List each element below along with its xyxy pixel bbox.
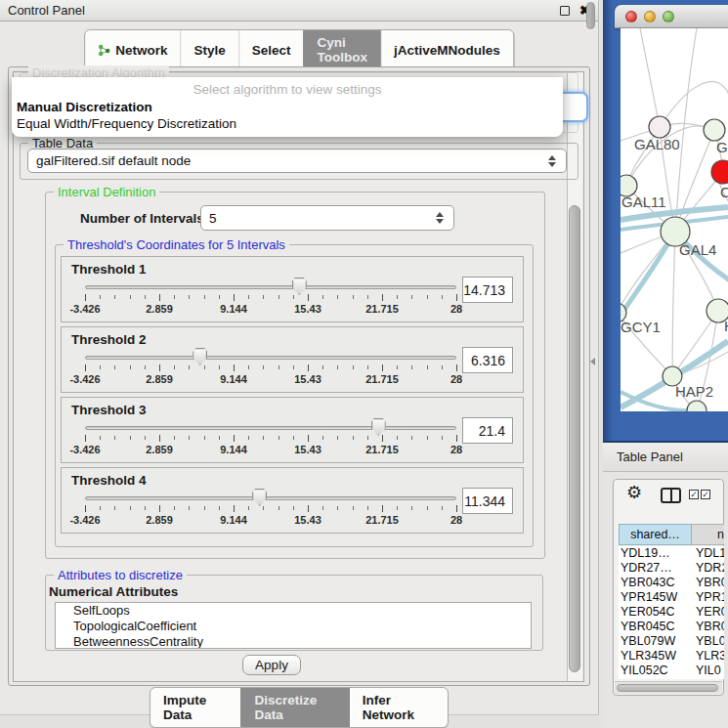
tab-discretize-data[interactable]: Discretize Data (240, 688, 348, 727)
cell-shared-name[interactable]: YLR345W (619, 649, 692, 664)
network-view-canvas[interactable]: GAL80GACGAL11GAL4GCY1HHAP2 (621, 28, 728, 411)
cell-shared-name[interactable]: YER054C (619, 605, 692, 620)
column-header-name[interactable]: na (692, 524, 724, 545)
threshold-1-slider-thumb[interactable] (292, 278, 307, 295)
cell-shared-name[interactable]: YIL052C (619, 664, 692, 678)
threshold-2-slider-track[interactable] (85, 356, 456, 360)
interval-definition-label: Interval Definition (54, 185, 159, 199)
node-table-rows[interactable]: YDL19…YDL1YDR27…YDR2YBR043CYBR0YPR145WYP… (619, 546, 724, 679)
table-row[interactable]: YER054CYER0 (619, 605, 724, 620)
minimize-light-icon[interactable] (644, 11, 656, 22)
close-light-icon[interactable] (625, 11, 637, 22)
zoom-light-icon[interactable] (663, 11, 674, 22)
network-node-c[interactable] (711, 160, 728, 184)
tab-select[interactable]: Select (238, 30, 304, 69)
cell-name[interactable]: YDR2 (692, 561, 724, 576)
panel-divider-grip[interactable] (590, 358, 595, 365)
cell-name[interactable]: YPR1 (692, 590, 724, 605)
slider-tick-labels: -3.4262.8599.14415.4321.71528 (62, 514, 523, 526)
table-row[interactable]: YPR145WYPR1 (619, 590, 724, 605)
attribute-list-item[interactable]: SelfLoops (56, 603, 531, 619)
slider-tick-labels: -3.4262.8599.14415.4321.71528 (62, 373, 523, 385)
number-of-intervals-combobox[interactable]: 5 (200, 205, 454, 231)
node-label: GAL80 (634, 136, 680, 152)
threshold-3-value-input[interactable]: 21.4 (462, 417, 513, 444)
number-of-intervals-label: Number of Intervals (80, 211, 204, 226)
network-node-gal80[interactable] (649, 116, 670, 138)
algorithm-placeholder-item[interactable]: Select algorithm to view settings (12, 82, 563, 97)
node-label: GCY1 (621, 319, 661, 335)
attribute-list-item[interactable]: BetweennessCentrality (56, 634, 531, 649)
table-hscrollbar-thumb[interactable] (617, 684, 718, 692)
column-header-shared[interactable]: shared… (619, 524, 692, 545)
table-row[interactable]: YLR345WYLR3 (619, 649, 724, 664)
float-icon[interactable] (560, 6, 570, 16)
tab-style[interactable]: Style (180, 30, 237, 69)
table-panel-titlebar: Table Panel (603, 443, 728, 472)
tab-cyni-toolbox[interactable]: Cyni Toolbox (304, 30, 380, 69)
cell-name[interactable]: YBR0 (692, 576, 724, 590)
network-window-titlebar[interactable] (615, 5, 728, 28)
threshold-4-slider-track[interactable] (85, 496, 456, 500)
stepper-icon (548, 155, 558, 167)
network-node-ga[interactable] (704, 119, 725, 141)
threshold-4-panel: Threshold 4 -3.4262.8599.14415.4321.7152… (61, 467, 524, 534)
table-row[interactable]: YDR27…YDR2 (619, 561, 724, 576)
cyni-bottom-tabbar: Impute Data Discretize Data Infer Networ… (150, 687, 449, 728)
stepper-icon (436, 212, 446, 224)
tab-impute-data[interactable]: Impute Data (150, 688, 240, 727)
slider-tick-labels: -3.4262.8599.14415.4321.71528 (62, 303, 523, 315)
table-data-combobox-value: galFiltered.sif default node (36, 153, 191, 168)
table-row[interactable]: YBR045CYBR0 (619, 620, 724, 634)
table-row[interactable]: YBL079WYBL0 (619, 634, 724, 649)
tab-infer-network[interactable]: Infer Network (349, 688, 448, 727)
threshold-2-panel: Threshold 2 -3.4262.8599.14415.4321.7152… (61, 326, 524, 393)
cell-shared-name[interactable]: YBR043C (619, 576, 692, 590)
cell-shared-name[interactable]: YBR045C (619, 620, 692, 634)
control-panel-titlebar: Control Panel ✖ (0, 0, 598, 21)
cell-name[interactable]: YDL1 (692, 546, 724, 561)
threshold-1-slider-track[interactable] (85, 285, 456, 289)
table-data-combobox[interactable]: galFiltered.sif default node (27, 149, 567, 173)
threshold-2-slider-thumb[interactable] (193, 348, 207, 365)
network-node[interactable] (687, 401, 707, 411)
viewport-scrollbar-thumb[interactable] (569, 205, 580, 672)
select-all-icon[interactable]: ✓ (689, 490, 699, 499)
table-row[interactable]: YDL19…YDL1 (619, 546, 724, 561)
node-label: HAP2 (675, 383, 713, 400)
node-label: GAL11 (621, 193, 666, 210)
threshold-1-value-input[interactable]: 14.713 (462, 277, 513, 303)
table-row[interactable]: YBR043CYBR0 (619, 576, 724, 590)
apply-button[interactable]: Apply (242, 655, 301, 675)
numerical-attributes-list[interactable]: SelfLoopsTopologicalCoefficientBetweenne… (55, 602, 532, 649)
split-columns-icon[interactable] (661, 488, 681, 503)
cell-name[interactable]: YBR0 (692, 620, 724, 634)
tab-jactivemnodules[interactable]: jActiveMNodules (380, 30, 513, 69)
cell-shared-name[interactable]: YPR145W (619, 590, 692, 605)
cell-name[interactable]: YIL0 (692, 664, 724, 678)
cell-shared-name[interactable]: YDR27… (619, 561, 692, 576)
thresholds-coordinates-label: Threshold's Coordinates for 5 Intervals (64, 237, 289, 252)
cell-name[interactable]: YER0 (692, 605, 724, 620)
cell-shared-name[interactable]: YBL079W (619, 634, 692, 649)
threshold-4-slider-thumb[interactable] (252, 489, 267, 506)
popup-item-equal-width-frequency[interactable]: Equal Width/Frequency Discretization (15, 116, 560, 132)
attribute-list-item[interactable]: TopologicalCoefficient (56, 619, 531, 634)
attributes-list-scrollbar-thumb[interactable] (586, 2, 595, 29)
threshold-2-value-input[interactable]: 6.316 (462, 347, 513, 373)
node-label: H (724, 318, 728, 334)
table-row[interactable]: YIL052CYIL0 (619, 664, 724, 678)
control-panel: Control Panel ✖ Network Style (0, 0, 599, 728)
cell-name[interactable]: YBL0 (692, 634, 724, 649)
select-none-icon[interactable]: ✓ (701, 490, 710, 499)
threshold-3-slider-track[interactable] (85, 426, 456, 430)
threshold-3-slider-thumb[interactable] (371, 418, 386, 436)
cell-shared-name[interactable]: YDL19… (619, 546, 692, 561)
gear-icon[interactable]: ⚙ (626, 484, 642, 501)
cell-name[interactable]: YLR3 (692, 649, 724, 664)
tab-network[interactable]: Network (85, 30, 180, 69)
node-label: GA (716, 139, 728, 155)
threshold-4-value-input[interactable]: 11.344 (462, 488, 513, 514)
popup-item-manual-discretization[interactable]: Manual Discretization (15, 100, 560, 115)
control-panel-title: Control Panel (8, 3, 85, 18)
